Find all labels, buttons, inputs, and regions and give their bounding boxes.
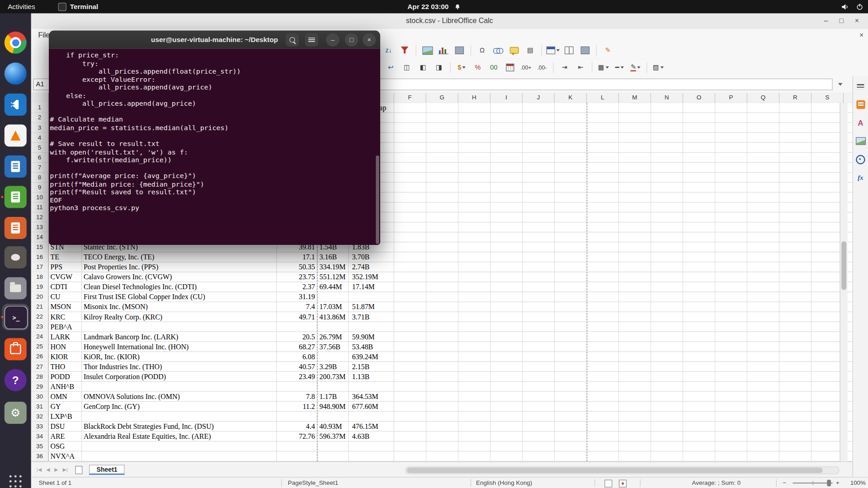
cell-company[interactable]: Landmark Bancorp Inc. (LARK) xyxy=(82,332,277,342)
border-style-icon[interactable]: ━ xyxy=(613,61,626,74)
cell-ticker[interactable]: OMN xyxy=(49,392,82,401)
cell-volume[interactable] xyxy=(317,322,349,332)
cell-volume[interactable] xyxy=(317,292,349,302)
row-header[interactable]: 20 xyxy=(31,292,49,302)
dock-item-impress[interactable] xyxy=(5,217,27,239)
cell-volume[interactable]: 200.73M xyxy=(317,372,349,381)
maximize-button[interactable]: □ xyxy=(835,14,848,28)
cell-price[interactable] xyxy=(277,322,317,332)
sidebar-properties-icon[interactable] xyxy=(855,99,866,110)
cell-ticker[interactable]: ARE xyxy=(49,432,82,441)
add-sheet-icon[interactable] xyxy=(75,465,83,474)
system-status-area[interactable] xyxy=(841,3,863,11)
empty-cells[interactable] xyxy=(394,143,844,152)
row-header[interactable]: 22 xyxy=(31,312,49,322)
cell-price[interactable]: 6.08 xyxy=(277,352,317,361)
cell-price[interactable]: 72.76 xyxy=(277,432,317,441)
cell-volume[interactable] xyxy=(317,352,349,361)
empty-cells[interactable] xyxy=(394,402,844,411)
close-button[interactable]: × xyxy=(850,14,863,28)
empty-cells[interactable] xyxy=(394,212,844,222)
cell-ticker[interactable]: PPS xyxy=(49,262,82,272)
cell-company[interactable] xyxy=(82,412,277,421)
empty-cells[interactable] xyxy=(394,183,844,192)
row-header[interactable]: 28 xyxy=(31,372,49,381)
row-header[interactable]: 21 xyxy=(31,302,49,312)
dock-item-app-grid[interactable] xyxy=(5,470,27,488)
cell-volume[interactable]: 948.90M xyxy=(317,402,349,411)
cell-company[interactable] xyxy=(82,322,277,332)
activities-button[interactable]: Activities xyxy=(0,3,43,10)
dock-item-settings[interactable]: ⚙ xyxy=(5,402,27,424)
next-sheet-button[interactable]: ▶ xyxy=(54,467,58,472)
horizontal-scrollbar-thumb[interactable] xyxy=(407,468,822,473)
empty-cells[interactable] xyxy=(394,282,844,291)
cell-volume[interactable]: 596.37M xyxy=(317,432,349,441)
merge-cells-icon[interactable]: ◧ xyxy=(416,61,429,74)
cell-volume[interactable]: 413.86M xyxy=(317,312,349,322)
cell-marketcap[interactable] xyxy=(349,441,394,451)
empty-cells[interactable] xyxy=(394,441,844,451)
column-header[interactable]: P xyxy=(715,93,747,103)
cell-ticker[interactable]: KRC xyxy=(49,312,82,322)
cell-company[interactable]: Thor Industries Inc. (THO) xyxy=(82,362,277,371)
row-header[interactable]: 34 xyxy=(31,432,49,441)
select-all-corner[interactable] xyxy=(31,93,49,103)
empty-cells[interactable] xyxy=(394,352,844,361)
empty-cells[interactable] xyxy=(394,252,844,262)
cell-price[interactable]: 49.71 xyxy=(277,312,317,322)
cell-marketcap[interactable]: 639.24M xyxy=(349,352,394,361)
sidebar-functions-icon[interactable]: fx xyxy=(855,172,866,183)
cell-volume[interactable]: 40.93M xyxy=(317,422,349,431)
cell-marketcap[interactable]: 51.87M xyxy=(349,302,394,312)
row-header[interactable]: 8 xyxy=(31,173,49,182)
empty-cells[interactable] xyxy=(394,382,844,391)
minimize-button[interactable]: – xyxy=(819,14,832,28)
focused-app-menu[interactable]: Terminal xyxy=(58,3,98,11)
cell-marketcap[interactable]: 1.13B xyxy=(349,372,394,381)
zoom-out-button[interactable]: − xyxy=(783,478,786,488)
format-currency-icon[interactable]: $ xyxy=(455,61,468,74)
freeze-panes-icon[interactable] xyxy=(547,44,560,57)
empty-cells[interactable] xyxy=(394,342,844,352)
row-header[interactable]: 18 xyxy=(31,272,49,282)
empty-cells[interactable] xyxy=(394,362,844,371)
cell-price[interactable]: 2.37 xyxy=(277,282,317,291)
dock-item-software[interactable] xyxy=(5,338,27,360)
row-header[interactable]: 31 xyxy=(31,402,49,411)
cell-price[interactable]: 20.5 xyxy=(277,332,317,342)
row-header[interactable]: 19 xyxy=(31,282,49,291)
cell-price[interactable]: 40.57 xyxy=(277,362,317,371)
column-header[interactable]: G xyxy=(426,93,458,103)
cell-company[interactable]: BlackRock Debt Strategies Fund, Inc. (DS… xyxy=(82,422,277,431)
hyperlink-icon[interactable] xyxy=(491,44,505,57)
terminal-search-icon[interactable] xyxy=(286,33,299,46)
cell-company[interactable]: Clean Diesel Technologies Inc. (CDTI) xyxy=(82,282,277,291)
empty-cells[interactable] xyxy=(394,412,844,421)
delete-decimal-icon[interactable]: .00- xyxy=(535,61,548,74)
empty-cells[interactable] xyxy=(394,422,844,431)
cell-volume[interactable]: 17.03M xyxy=(317,302,349,312)
cell-price[interactable] xyxy=(277,451,317,461)
empty-cells[interactable] xyxy=(394,392,844,401)
sheet-tab[interactable]: Sheet1 xyxy=(90,465,125,475)
row-header[interactable]: 25 xyxy=(31,342,49,352)
cell-marketcap[interactable] xyxy=(349,322,394,332)
empty-cells[interactable] xyxy=(394,292,844,302)
status-average-sum[interactable]: Average: ; Sum: 0 xyxy=(692,478,741,488)
column-header[interactable]: Q xyxy=(747,93,779,103)
row-header[interactable]: 30 xyxy=(31,392,49,401)
column-header[interactable]: N xyxy=(651,93,683,103)
cell-volume[interactable] xyxy=(317,382,349,391)
selection-mode-icon[interactable] xyxy=(604,480,612,488)
border-color-icon[interactable]: ✎ xyxy=(629,61,642,74)
cell-ticker[interactable]: CVGW xyxy=(49,272,82,282)
clock-label[interactable]: Apr 22 03:00 xyxy=(407,3,448,10)
empty-cells[interactable] xyxy=(394,312,844,322)
cell-marketcap[interactable]: 4.63B xyxy=(349,432,394,441)
row-header[interactable]: 13 xyxy=(31,222,49,232)
document-modified-icon[interactable] xyxy=(619,480,627,488)
column-header[interactable]: I xyxy=(491,93,523,103)
cell-company[interactable]: Honeywell International Inc. (HON) xyxy=(82,342,277,352)
row-header[interactable]: 11 xyxy=(31,202,49,212)
